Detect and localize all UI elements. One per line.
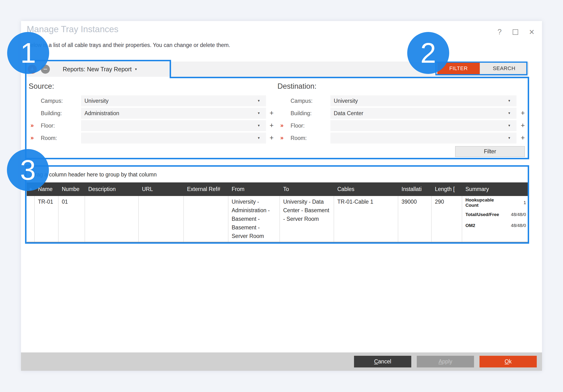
source-building-label: Building:	[41, 110, 62, 117]
dropdown-arrow-icon[interactable]: ▼	[508, 124, 511, 127]
row-marker-cell	[27, 196, 35, 242]
source-room-add-button[interactable]: +	[269, 134, 274, 142]
cancel-button-label: Cancel	[374, 358, 391, 365]
column-header-length[interactable]: Length [	[432, 182, 462, 196]
cell-name[interactable]: TR-01	[35, 196, 58, 242]
required-chevron-icon: »	[31, 135, 34, 141]
summary-label: OM2	[465, 223, 475, 228]
add-report-button[interactable]: +	[28, 65, 37, 74]
source-floor-add-button[interactable]: +	[269, 122, 274, 129]
column-header-description[interactable]: Description	[85, 182, 139, 196]
cell-summary[interactable]: Hookupcable Count 1 Total/Used/Free 48/4…	[462, 196, 528, 242]
group-by-hint[interactable]: Drag a column header here to group by th…	[27, 167, 528, 182]
summary-value: 48/48/0	[511, 221, 526, 230]
column-header-to[interactable]: To	[280, 182, 334, 196]
destination-room-dropdown[interactable]: ▼	[330, 133, 516, 144]
row-marker-header-cell: ✱	[27, 182, 35, 196]
summary-item: OM2 48/48/0	[465, 221, 526, 230]
dropdown-arrow-icon[interactable]: ▼	[257, 99, 260, 102]
column-header-name[interactable]: Name	[35, 182, 58, 196]
required-chevron-icon: »	[280, 135, 283, 141]
source-building-add-button[interactable]: +	[269, 109, 274, 117]
summary-item: Hookupcable Count 1	[465, 197, 526, 208]
caret-down-icon[interactable]: ▾	[135, 67, 137, 71]
dropdown-arrow-icon[interactable]: ▼	[508, 136, 511, 140]
destination-room-add-button[interactable]: +	[521, 134, 525, 142]
plus-icon: +	[30, 65, 34, 73]
destination-campus-dropdown[interactable]: University ▼	[330, 95, 516, 106]
destination-floor-add-button[interactable]: +	[521, 122, 525, 129]
summary-label: Hookupcable Count	[465, 197, 504, 208]
destination-room-label: Room:	[291, 135, 307, 141]
summary-item: Total/Used/Free 48/48/0	[465, 210, 526, 219]
dropdown-arrow-icon[interactable]: ▼	[257, 111, 260, 115]
column-header-cables[interactable]: Cables	[334, 182, 398, 196]
maximize-icon[interactable]	[513, 29, 518, 35]
ok-button[interactable]: Ok	[479, 356, 537, 367]
page-title: Manage Tray Instances	[27, 24, 119, 34]
field-row-floor: » Floor: ▼ + » Floor: ▼ +	[27, 120, 528, 131]
field-row-building: Building: Administration ▼ + Building: D…	[27, 108, 528, 119]
cell-number[interactable]: 01	[58, 196, 85, 242]
source-room-label: Room:	[41, 135, 57, 141]
dropdown-arrow-icon[interactable]: ▼	[257, 124, 260, 127]
table-row[interactable]: TR-01 01 University - Administration - B…	[27, 196, 528, 242]
window-controls: ? ×	[498, 28, 534, 36]
cell-external-ref[interactable]	[184, 196, 228, 242]
source-floor-dropdown[interactable]: ▼	[81, 120, 266, 131]
destination-floor-dropdown[interactable]: ▼	[330, 120, 516, 131]
column-header-url[interactable]: URL	[139, 182, 184, 196]
asterisk-icon: ✱	[29, 187, 32, 191]
source-campus-dropdown[interactable]: University ▼	[81, 95, 266, 106]
dropdown-arrow-icon[interactable]: ▼	[508, 99, 511, 102]
apply-button[interactable]: Apply	[417, 356, 474, 367]
column-header-from[interactable]: From	[228, 182, 280, 196]
cell-length[interactable]: 290	[432, 196, 462, 242]
destination-campus-value: University	[334, 95, 358, 106]
report-tabstrip: + − Reports: New Tray Report ▾ FILTER SE…	[27, 62, 528, 77]
close-icon[interactable]: ×	[529, 28, 534, 36]
report-selector[interactable]: Reports: New Tray Report	[63, 66, 132, 73]
column-header-external-ref[interactable]: External Ref#	[184, 182, 228, 196]
dropdown-arrow-icon[interactable]: ▼	[257, 136, 260, 140]
cell-description[interactable]	[85, 196, 139, 242]
source-campus-value: University	[84, 95, 109, 106]
destination-building-value: Data Center	[334, 108, 363, 119]
filter-apply-button[interactable]: Filter	[455, 146, 525, 157]
column-header-summary[interactable]: Summary	[462, 182, 528, 196]
source-floor-label: Floor:	[41, 123, 55, 129]
field-row-room: » Room: ▼ + » Room: ▼ +	[27, 133, 528, 144]
summary-label: Total/Used/Free	[465, 212, 499, 217]
filter-panel: Source: Destination: Campus: University …	[27, 77, 528, 159]
field-row-campus: Campus: University ▼ Campus: University …	[27, 95, 528, 106]
source-heading: Source:	[29, 82, 54, 91]
summary-value: 48/48/0	[511, 210, 526, 219]
source-room-dropdown[interactable]: ▼	[81, 133, 266, 144]
required-chevron-icon: »	[280, 122, 283, 129]
cell-installation[interactable]: 39000	[398, 196, 432, 242]
tray-grid: Drag a column header here to group by th…	[27, 167, 528, 242]
cancel-button[interactable]: Cancel	[354, 356, 411, 367]
apply-button-label: Apply	[438, 358, 452, 365]
destination-building-dropdown[interactable]: Data Center ▼	[330, 108, 516, 119]
cell-cables[interactable]: TR-01-Cable 1	[334, 196, 398, 242]
column-header-number[interactable]: Numbe	[58, 182, 85, 196]
dialog-footer: Cancel Apply Ok	[21, 353, 542, 371]
summary-value: 1	[524, 198, 526, 207]
source-building-dropdown[interactable]: Administration ▼	[81, 108, 266, 119]
manage-tray-instances-dialog: Manage Tray Instances ? × Below is a lis…	[21, 21, 542, 371]
ok-button-label: Ok	[505, 358, 512, 365]
tab-search[interactable]: SEARCH	[480, 63, 528, 74]
cell-to[interactable]: University - Data Center - Basement - Se…	[280, 196, 334, 242]
source-campus-label: Campus:	[41, 98, 63, 104]
remove-report-button[interactable]: −	[41, 65, 50, 74]
column-header-installation[interactable]: Installati	[398, 182, 432, 196]
dropdown-arrow-icon[interactable]: ▼	[508, 111, 511, 115]
help-icon[interactable]: ?	[498, 28, 502, 36]
destination-campus-label: Campus:	[291, 98, 312, 104]
cell-url[interactable]	[139, 196, 184, 242]
cell-from[interactable]: University - Administration - Basement -…	[228, 196, 280, 242]
destination-building-add-button[interactable]: +	[521, 109, 525, 117]
tab-filter[interactable]: FILTER	[437, 63, 480, 74]
dialog-subtitle: Below is a list of all cable trays and t…	[27, 42, 230, 48]
